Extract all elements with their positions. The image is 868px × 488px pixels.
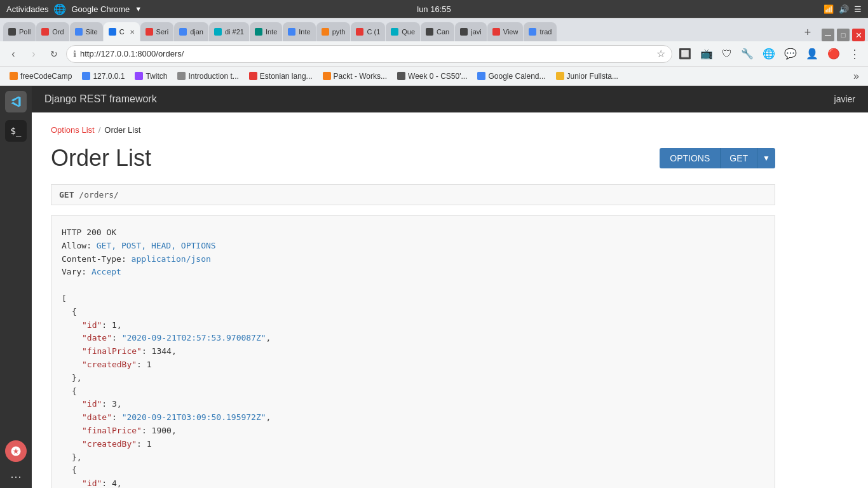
volume-icon: 🔊 bbox=[839, 4, 849, 14]
browser-tab[interactable]: djan bbox=[174, 22, 208, 41]
browser-tab[interactable]: pyth bbox=[316, 22, 351, 41]
browser-tab[interactable]: trad bbox=[524, 22, 557, 41]
drf-title: Django REST framework bbox=[44, 93, 157, 105]
browser-tab[interactable]: Seri bbox=[140, 22, 174, 41]
bookmarks-bar: freeCodeCamp127.0.0.1TwitchIntroduction … bbox=[0, 67, 868, 86]
address-box[interactable]: ℹ http://127.0.0.1:8000/orders/ ☆ bbox=[66, 45, 672, 63]
extension-icon-3[interactable]: 🌐 bbox=[760, 48, 778, 60]
breadcrumb: Options List / Order List bbox=[51, 125, 775, 135]
address-bar-row: ‹ › ↻ ℹ http://127.0.0.1:8000/orders/ ☆ … bbox=[0, 41, 868, 67]
get-dropdown-button[interactable]: ▼ bbox=[757, 148, 775, 168]
security-icon: ℹ bbox=[73, 49, 76, 59]
bookmark-star-icon[interactable]: ☆ bbox=[656, 48, 665, 60]
system-tray-icon: ☰ bbox=[854, 4, 862, 14]
drf-username[interactable]: javier bbox=[834, 94, 855, 104]
extension-icon-2[interactable]: 🔧 bbox=[738, 48, 756, 60]
bookmark-item[interactable]: 127.0.0.1 bbox=[78, 71, 129, 82]
chrome-window: PollOrdSiteC✕Seridjandi #21InteIntepythC… bbox=[0, 18, 868, 86]
drf-header: Django REST framework javier bbox=[32, 86, 868, 112]
os-bar: Actividades 🌐 Google Chrome ▼ lun 16:55 … bbox=[0, 0, 868, 18]
minimize-button[interactable]: ─ bbox=[822, 29, 834, 41]
browser-tab[interactable]: Inte bbox=[250, 22, 282, 41]
chrome-menu-button[interactable]: ⋮ bbox=[846, 46, 863, 62]
cast-icon[interactable]: 📺 bbox=[698, 48, 715, 60]
get-button[interactable]: GET bbox=[720, 148, 757, 168]
action-buttons: OPTIONS GET ▼ bbox=[660, 148, 775, 168]
browser-tab[interactable]: Ord bbox=[36, 22, 69, 41]
sidebar-icon-terminal[interactable]: $_ bbox=[5, 120, 27, 142]
bookmark-item[interactable]: Twitch bbox=[130, 71, 172, 82]
browser-tab[interactable]: Poll bbox=[3, 22, 36, 41]
content-type-value: application/json bbox=[132, 254, 211, 264]
vary-line: Vary: Accept bbox=[62, 266, 764, 279]
os-time: lun 16:55 bbox=[417, 4, 451, 14]
allow-label: Allow: bbox=[62, 241, 92, 250]
profile-icon[interactable]: 👤 bbox=[803, 48, 821, 60]
dropdown-arrow[interactable]: ▼ bbox=[135, 5, 142, 13]
notification-icon[interactable]: 🔴 bbox=[825, 48, 843, 60]
browser-tab[interactable]: C (1 bbox=[351, 22, 385, 41]
left-sidebar: $_ ⋯ bbox=[0, 86, 32, 488]
app-name-label: Google Chrome bbox=[71, 4, 130, 14]
vary-value: Accept bbox=[92, 267, 121, 276]
wifi-icon: 📶 bbox=[824, 4, 834, 14]
bookmark-item[interactable]: Estonian lang... bbox=[245, 71, 317, 82]
forward-button[interactable]: › bbox=[25, 46, 42, 62]
json-output: [{"id": 1,"date": "2020-09-21T02:57:53.9… bbox=[62, 292, 764, 488]
bookmark-item[interactable]: Introduction t... bbox=[173, 71, 243, 82]
extension-adblock-icon[interactable]: 🛡 bbox=[719, 48, 735, 60]
allow-value: GET, POST, HEAD, OPTIONS bbox=[97, 241, 216, 250]
get-info-box: GET /orders/ bbox=[51, 184, 775, 205]
sidebar-dots-icon[interactable]: ⋯ bbox=[10, 470, 22, 484]
browser-tab[interactable]: Site bbox=[70, 22, 103, 41]
breadcrumb-separator: / bbox=[98, 125, 101, 135]
bookmark-item[interactable]: Google Calend... bbox=[473, 71, 550, 82]
vary-label: Vary: bbox=[62, 267, 86, 276]
bookmarks-more-button[interactable]: » bbox=[850, 69, 863, 83]
allow-line: Allow: GET, POST, HEAD, OPTIONS bbox=[62, 240, 764, 253]
tab-bar: PollOrdSiteC✕Seridjandi #21InteIntepythC… bbox=[0, 18, 868, 41]
sidebar-icon-postman[interactable] bbox=[5, 440, 27, 462]
sidebar-icon-vscode[interactable] bbox=[5, 91, 27, 112]
activities-label[interactable]: Actividades bbox=[6, 4, 48, 14]
response-area: HTTP 200 OK Allow: GET, POST, HEAD, OPTI… bbox=[51, 215, 775, 488]
bookmark-item[interactable]: Week 0 - CS50'... bbox=[393, 71, 471, 82]
maximize-button[interactable]: □ bbox=[837, 29, 850, 41]
get-method-label: GET bbox=[59, 190, 74, 200]
page-header: Order List OPTIONS GET ▼ bbox=[51, 145, 775, 172]
page-title: Order List bbox=[51, 145, 151, 172]
options-button[interactable]: OPTIONS bbox=[660, 148, 720, 168]
new-tab-button[interactable]: + bbox=[799, 24, 817, 41]
reload-button[interactable]: ↻ bbox=[46, 46, 62, 62]
http-status: HTTP 200 OK bbox=[62, 226, 764, 240]
content-type-label: Content-Type: bbox=[62, 254, 126, 264]
extensions-icon[interactable]: 🔲 bbox=[676, 48, 694, 60]
browser-tab[interactable]: View bbox=[487, 22, 524, 41]
browser-tab[interactable]: Can bbox=[421, 22, 454, 41]
bookmark-item[interactable]: freeCodeCamp bbox=[5, 71, 76, 82]
content-type-line: Content-Type: application/json bbox=[62, 253, 764, 266]
back-button[interactable]: ‹ bbox=[5, 46, 22, 62]
bookmark-item[interactable]: Packt - Works... bbox=[318, 71, 391, 82]
browser-tab[interactable]: Que bbox=[386, 22, 420, 41]
browser-tab[interactable]: di #21 bbox=[209, 22, 249, 41]
get-url-label: /orders/ bbox=[79, 190, 119, 200]
browser-tab[interactable]: javi bbox=[455, 22, 487, 41]
extension-icon-4[interactable]: 💬 bbox=[782, 48, 799, 60]
browser-tab[interactable]: Inte bbox=[283, 22, 315, 41]
page-content: Options List / Order List Order List OPT… bbox=[32, 112, 794, 488]
browser-tab[interactable]: C✕ bbox=[104, 22, 140, 41]
close-button[interactable]: ✕ bbox=[852, 29, 865, 41]
breadcrumb-link[interactable]: Options List bbox=[51, 125, 95, 135]
main-content: Django REST framework javier Options Lis… bbox=[32, 86, 868, 488]
url-text[interactable]: http://127.0.0.1:8000/orders/ bbox=[80, 49, 653, 58]
bookmark-item[interactable]: Junior Fullsta... bbox=[552, 71, 623, 82]
breadcrumb-current: Order List bbox=[104, 125, 140, 135]
app-layout: $_ ⋯ Django REST framework javier Option… bbox=[0, 86, 868, 488]
chrome-favicon: 🌐 bbox=[53, 3, 66, 15]
